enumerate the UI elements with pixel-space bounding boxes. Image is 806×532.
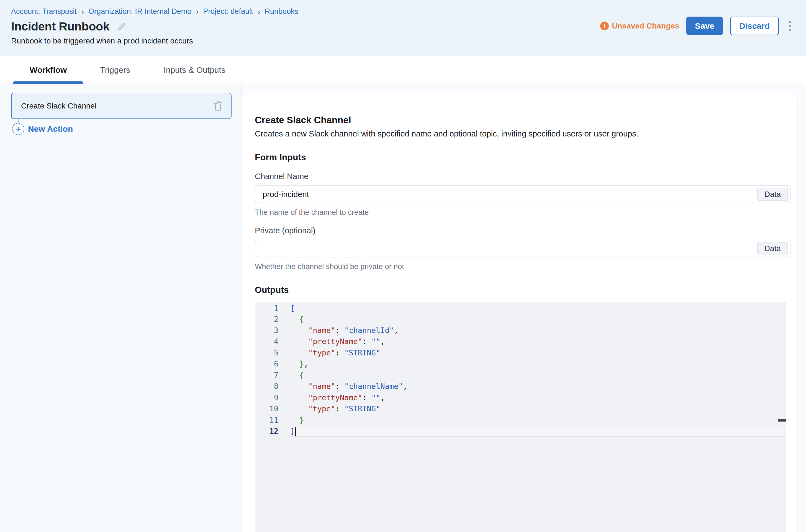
- form-inputs-heading: Form Inputs: [255, 152, 790, 163]
- workflow-actions-panel: Create Slack Channel + New Action: [0, 84, 242, 532]
- content-area: Create Slack Channel + New Action Create…: [0, 84, 806, 532]
- channel-name-field: Channel Name Data The name of the channe…: [255, 172, 790, 217]
- outputs-heading: Outputs: [255, 285, 790, 295]
- breadcrumb-separator: ›: [81, 7, 84, 16]
- panel-divider: [255, 106, 784, 106]
- code-line-9[interactable]: 9 "prettyName": "",: [255, 392, 790, 403]
- code-line-2[interactable]: 2 {: [255, 314, 790, 325]
- more-options-button[interactable]: [786, 19, 794, 33]
- channel-name-input-wrap: Data: [255, 186, 790, 203]
- code-line-4[interactable]: 4 "prettyName": "",: [255, 336, 790, 347]
- new-action-button[interactable]: + New Action: [12, 123, 232, 135]
- line-number: 12: [255, 427, 278, 435]
- edit-title-icon[interactable]: [116, 22, 127, 32]
- private-data-button[interactable]: Data: [757, 242, 788, 255]
- code-line-8[interactable]: 8 "name": "channelName",: [255, 381, 790, 392]
- warning-icon: !: [600, 22, 609, 30]
- outputs-code-lines: 1[2 {3 "name": "channelId",4 "prettyName…: [255, 302, 790, 437]
- page-subtitle: Runbook to be triggered when a prod inci…: [11, 37, 806, 45]
- line-number: 6: [255, 360, 278, 368]
- breadcrumb-separator: ›: [257, 7, 260, 16]
- line-number: 5: [255, 348, 278, 357]
- tab-inputs-outputs-label: Inputs & Outputs: [163, 65, 225, 75]
- unsaved-changes-badge: ! Unsaved Changes: [600, 22, 679, 31]
- private-field: Private (optional) Data Whether the chan…: [255, 226, 790, 271]
- editor-scrollbar-track[interactable]: [786, 302, 790, 532]
- tab-triggers[interactable]: Triggers: [84, 56, 147, 83]
- code-line-1[interactable]: 1[: [255, 302, 790, 314]
- breadcrumb-project-link[interactable]: Project: default: [203, 7, 253, 16]
- channel-name-data-button[interactable]: Data: [757, 188, 788, 201]
- new-action-label: New Action: [28, 124, 73, 134]
- line-number: 11: [255, 416, 278, 424]
- private-input[interactable]: [255, 240, 790, 258]
- code-line-10[interactable]: 10 "type": "STRING": [255, 403, 790, 415]
- action-connector: [18, 119, 19, 123]
- page-header: Account: Transposit › Organization: IR I…: [0, 0, 806, 56]
- code-line-5[interactable]: 5 "type": "STRING": [255, 347, 790, 358]
- unsaved-changes-label: Unsaved Changes: [612, 22, 679, 31]
- breadcrumb-separator: ›: [196, 7, 199, 16]
- app-root: Account: Transposit › Organization: IR I…: [0, 0, 806, 532]
- line-number: 4: [255, 337, 278, 346]
- channel-name-label: Channel Name: [255, 172, 790, 181]
- line-number: 7: [255, 371, 278, 379]
- breadcrumb-runbooks-link[interactable]: Runbooks: [264, 7, 298, 16]
- line-number: 8: [255, 382, 278, 391]
- outputs-code-editor[interactable]: 1[2 {3 "name": "channelId",4 "prettyName…: [255, 302, 790, 532]
- code-line-6[interactable]: 6 },: [255, 358, 790, 370]
- tab-triggers-label: Triggers: [100, 65, 130, 75]
- private-input-wrap: Data: [255, 240, 790, 258]
- line-number: 2: [255, 315, 278, 323]
- private-helper: Whether the channel should be private or…: [255, 262, 790, 271]
- channel-name-helper: The name of the channel to create: [255, 208, 790, 217]
- line-number: 9: [255, 393, 278, 402]
- active-tab-underline: [13, 81, 84, 84]
- line-number: 3: [255, 326, 278, 335]
- code-line-3[interactable]: 3 "name": "channelId",: [255, 325, 790, 336]
- breadcrumb-organization-link[interactable]: Organization: IR Internal Demo: [88, 7, 191, 16]
- line-number: 10: [255, 404, 278, 413]
- tab-workflow[interactable]: Workflow: [13, 56, 84, 83]
- indent-guide: [290, 310, 290, 421]
- header-actions: ! Unsaved Changes Save Discard: [600, 17, 794, 35]
- editor-scrollbar-thumb[interactable]: [778, 419, 786, 421]
- channel-name-input[interactable]: [255, 186, 790, 203]
- tab-bar: Workflow Triggers Inputs & Outputs: [0, 56, 806, 84]
- discard-button[interactable]: Discard: [730, 17, 779, 35]
- save-button[interactable]: Save: [686, 17, 723, 35]
- action-card-create-slack-channel[interactable]: Create Slack Channel: [11, 93, 232, 119]
- action-detail-panel: Create Slack Channel Creates a new Slack…: [242, 93, 798, 532]
- private-label: Private (optional): [255, 226, 790, 235]
- code-line-11[interactable]: 11 }: [255, 414, 790, 426]
- action-detail-area: Create Slack Channel Creates a new Slack…: [242, 84, 806, 532]
- line-number: 1: [255, 304, 278, 312]
- tab-inputs-outputs[interactable]: Inputs & Outputs: [147, 56, 242, 83]
- breadcrumb-account-link[interactable]: Account: Transposit: [11, 7, 77, 16]
- action-card-label: Create Slack Channel: [21, 101, 213, 111]
- action-title: Create Slack Channel: [255, 115, 790, 126]
- tab-workflow-label: Workflow: [30, 65, 67, 75]
- delete-action-icon[interactable]: [213, 101, 223, 111]
- breadcrumb: Account: Transposit › Organization: IR I…: [11, 7, 806, 16]
- code-line-7[interactable]: 7 {: [255, 369, 790, 381]
- action-description: Creates a new Slack channel with specifi…: [255, 129, 790, 138]
- code-line-12[interactable]: 12]: [255, 426, 790, 437]
- text-cursor: [295, 427, 296, 436]
- plus-icon: +: [12, 123, 24, 135]
- page-title: Incident Runbook: [11, 20, 109, 33]
